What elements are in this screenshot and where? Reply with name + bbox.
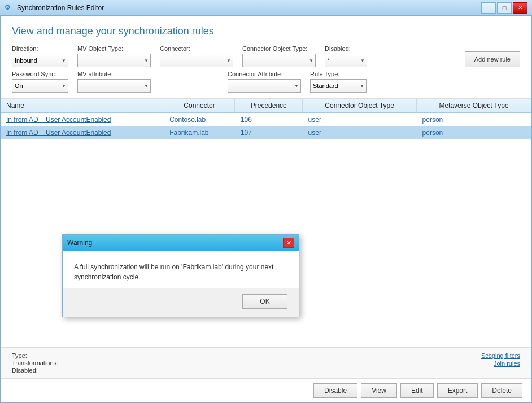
minimize-button[interactable]: ─: [481, 2, 496, 14]
close-button[interactable]: ✕: [513, 2, 527, 14]
cell-precedence: 106: [235, 113, 303, 126]
dialog-title-bar: Warning ✕: [63, 235, 299, 251]
add-new-rule-button[interactable]: Add new rule: [465, 51, 520, 67]
transformations-label: Transformations:: [12, 360, 58, 366]
cell-metaverse-object-type: person: [417, 126, 531, 139]
filter-row-2: Password Sync: On Off MV attribute: Con: [12, 71, 520, 93]
status-left: Type: Transformations: Disabled:: [12, 352, 58, 374]
password-sync-label: Password Sync:: [12, 71, 68, 77]
rule-type-select[interactable]: Standard Custom: [310, 79, 367, 93]
cell-metaverse-object-type: person: [417, 113, 531, 126]
app-icon: ⚙: [5, 3, 14, 12]
col-header-precedence: Precedence: [235, 99, 303, 113]
disable-button[interactable]: Disable: [313, 383, 357, 398]
dialog-message: A full synchronization will be run on 'F…: [74, 262, 287, 282]
window-title: Synchronization Rules Editor: [17, 4, 104, 12]
page-title: View and manage your synchronization rul…: [12, 25, 520, 37]
col-header-connector: Connector: [164, 99, 235, 113]
disabled-select[interactable]: * Yes No: [325, 54, 367, 67]
password-sync-select[interactable]: On Off: [12, 79, 68, 93]
cell-connector-object-type: user: [303, 113, 417, 126]
mv-object-type-label: MV Object Type:: [77, 45, 151, 52]
connector-attribute-filter-group: Connector Attribute:: [228, 71, 301, 93]
title-controls: ─ □ ✕: [481, 2, 527, 14]
connector-attribute-select[interactable]: [228, 79, 301, 93]
view-button[interactable]: View: [361, 383, 397, 398]
cell-name: In from AD – User AccountEnabled: [1, 113, 164, 126]
delete-button[interactable]: Delete: [481, 383, 522, 398]
disabled-filter-group: Disabled: * Yes No: [325, 45, 367, 67]
disabled-label: Disabled:: [325, 45, 367, 52]
maximize-button[interactable]: □: [497, 2, 512, 14]
mv-object-type-select-wrapper[interactable]: [77, 54, 151, 67]
main-window: View and manage your synchronization rul…: [0, 16, 532, 403]
dialog-close-button[interactable]: ✕: [283, 238, 294, 248]
edit-button[interactable]: Edit: [400, 383, 434, 398]
filter-row-1: Direction: Inbound Outbound MV Object Ty…: [12, 45, 520, 67]
rule-type-label: Rule Type:: [310, 71, 367, 77]
title-bar-left: ⚙ Synchronization Rules Editor: [5, 3, 104, 12]
rule-type-select-wrapper[interactable]: Standard Custom: [310, 79, 367, 93]
header-area: View and manage your synchronization rul…: [1, 16, 531, 99]
cell-connector-object-type: user: [303, 126, 417, 139]
connector-select[interactable]: [160, 54, 233, 67]
dialog-footer: OK: [63, 288, 299, 317]
cell-connector: Contoso.lab: [164, 113, 235, 126]
cell-name: In from AD – User AccountEnabled: [1, 126, 164, 139]
mv-attribute-label: MV attribute:: [77, 71, 151, 77]
connector-select-wrapper[interactable]: [160, 54, 233, 67]
type-label: Type:: [12, 352, 58, 359]
connector-object-type-select[interactable]: [242, 54, 316, 67]
connector-attribute-label: Connector Attribute:: [228, 71, 301, 77]
rules-table: Name Connector Precedence Connector Obje…: [1, 99, 531, 139]
table-body: In from AD – User AccountEnabled Contoso…: [1, 113, 531, 139]
connector-object-type-filter-group: Connector Object Type:: [242, 45, 316, 67]
dialog-title: Warning: [67, 239, 92, 247]
table-header-row: Name Connector Precedence Connector Obje…: [1, 99, 531, 113]
connector-object-type-select-wrapper[interactable]: [242, 54, 316, 67]
bottom-buttons: Disable View Edit Export Delete: [1, 378, 531, 402]
direction-label: Direction:: [12, 45, 68, 52]
disabled-select-wrapper[interactable]: * Yes No: [325, 54, 367, 67]
disabled-status-label: Disabled:: [12, 367, 58, 374]
join-rules-link[interactable]: Join rules: [494, 360, 520, 367]
mv-attribute-select[interactable]: [77, 79, 151, 93]
warning-dialog: Warning ✕ A full synchronization will be…: [62, 234, 299, 317]
password-sync-filter-group: Password Sync: On Off: [12, 71, 68, 93]
status-right: Scoping filters Join rules: [481, 352, 520, 367]
connector-filter-group: Connector:: [160, 45, 233, 67]
connector-label: Connector:: [160, 45, 233, 52]
rule-type-filter-group: Rule Type: Standard Custom: [310, 71, 367, 93]
direction-filter-group: Direction: Inbound Outbound: [12, 45, 68, 67]
ok-button[interactable]: OK: [242, 294, 287, 309]
mv-attribute-filter-group: MV attribute:: [77, 71, 151, 93]
bottom-status: Type: Transformations: Disabled: Scoping…: [1, 347, 531, 378]
mv-object-type-select[interactable]: [77, 54, 151, 67]
col-header-metaverse-object-type: Metaverse Object Type: [417, 99, 531, 113]
cell-precedence: 107: [235, 126, 303, 139]
scoping-filters-link[interactable]: Scoping filters: [481, 352, 520, 359]
table-row[interactable]: In from AD – User AccountEnabled Contoso…: [1, 113, 531, 126]
connector-object-type-label: Connector Object Type:: [242, 45, 316, 52]
table-row[interactable]: In from AD – User AccountEnabled Fabrika…: [1, 126, 531, 139]
mv-object-type-filter-group: MV Object Type:: [77, 45, 151, 67]
cell-connector: Fabrikam.lab: [164, 126, 235, 139]
connector-attribute-select-wrapper[interactable]: [228, 79, 301, 93]
col-header-name: Name: [1, 99, 164, 113]
mv-attribute-select-wrapper[interactable]: [77, 79, 151, 93]
password-sync-select-wrapper[interactable]: On Off: [12, 79, 68, 93]
dialog-body: A full synchronization will be run on 'F…: [63, 251, 299, 288]
col-header-connector-object-type: Connector Object Type: [303, 99, 417, 113]
direction-select-wrapper[interactable]: Inbound Outbound: [12, 54, 68, 67]
export-button[interactable]: Export: [437, 383, 478, 398]
direction-select[interactable]: Inbound Outbound: [12, 54, 68, 67]
title-bar: ⚙ Synchronization Rules Editor ─ □ ✕: [0, 0, 532, 16]
